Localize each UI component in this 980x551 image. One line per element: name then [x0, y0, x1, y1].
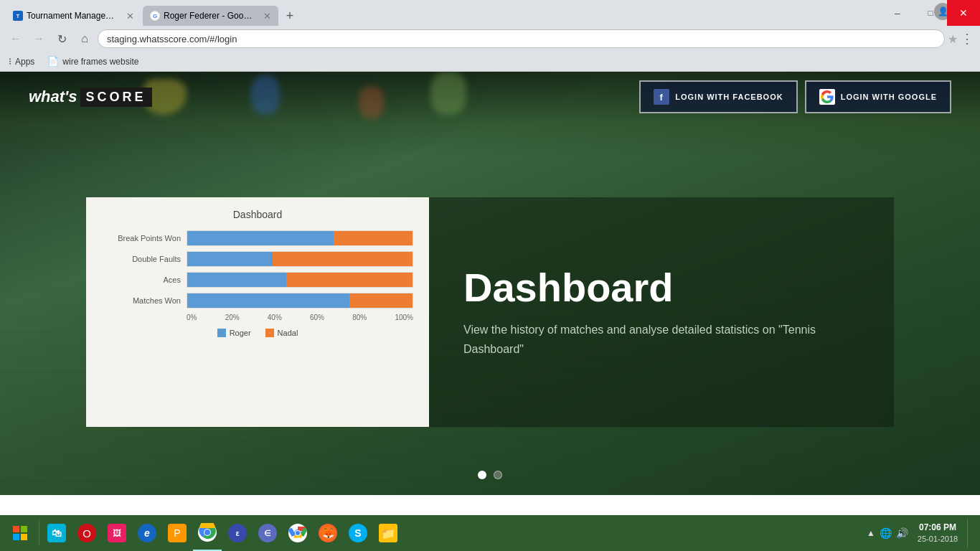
taskbar-icon-store[interactable]: 🛍 [42, 515, 71, 551]
tab-title-google: Roger Federer - Google... [164, 11, 257, 21]
site-header: what's SCORE f LOGIN WITH FACEBOOK LOGIN… [0, 72, 980, 122]
google-icon [819, 89, 835, 105]
tab-favicon-google: G [150, 11, 160, 21]
axis-60: 60% [310, 314, 324, 321]
bookmark-apps[interactable]: ⁝ Apps [9, 56, 34, 67]
new-tab-button[interactable]: + [280, 6, 300, 26]
tab-close-google[interactable]: ✕ [263, 11, 271, 22]
axis-40: 40% [268, 314, 282, 321]
svg-point-6 [296, 531, 300, 535]
login-google-button[interactable]: LOGIN WITH GOOGLE [805, 80, 951, 113]
text-section: Dashboard View the history of matches an… [429, 197, 894, 427]
taskbar-icon-skype[interactable]: S [344, 515, 372, 551]
tray-network-icon[interactable]: 🌐 [880, 527, 892, 539]
chart-section: Dashboard Break Points Won Double Faults [86, 197, 429, 427]
login-facebook-button[interactable]: f LOGIN WITH FACEBOOK [639, 80, 797, 113]
legend-color-nadal [265, 329, 274, 337]
bookmark-wireframes[interactable]: 📄 wire frames website [47, 56, 138, 67]
feature-description: View the history of matches and analyse … [463, 321, 859, 359]
page-content: what's SCORE f LOGIN WITH FACEBOOK LOGIN… [0, 72, 980, 495]
chart-row-matcheswon: Matches Won [102, 293, 413, 309]
carousel-dot-2[interactable] [494, 471, 502, 479]
legend-roger: Roger [217, 329, 251, 337]
taskbar-icon-firefox[interactable]: 🦊 [314, 515, 342, 551]
taskbar-icon-ie[interactable]: e [133, 515, 161, 551]
bar-roger-doublefaults [187, 252, 273, 266]
tab-tournament[interactable]: T Tournament Manageme... ✕ [6, 6, 141, 26]
bar-roger-breakpoints [187, 231, 334, 245]
bar-nadal-aces [286, 273, 413, 287]
tray-speaker-icon[interactable]: 🔊 [896, 527, 908, 539]
facebook-icon: f [654, 89, 669, 105]
axis-20: 20% [225, 314, 240, 321]
taskbar-right: ▲ 🌐 🔊 07:06 PM 25-01-2018 [867, 519, 976, 547]
carousel-dot-1[interactable] [478, 471, 486, 479]
taskbar: 🛍 O 🖼 e P [0, 515, 980, 551]
window-controls: – □ ✕ [881, 0, 980, 26]
taskbar-icon-folder[interactable]: 📁 [374, 515, 402, 551]
bars-aces [187, 272, 413, 288]
show-desktop-button[interactable] [967, 519, 973, 547]
chrome-menu-icon[interactable]: ⋮ [961, 31, 974, 47]
minimize-button[interactable]: – [881, 0, 914, 26]
bars-matcheswon [187, 293, 413, 309]
tray-up-arrow[interactable]: ▲ [867, 528, 875, 538]
chart-row-doublefaults: Double Faults [102, 251, 413, 267]
tab-favicon-tournament: T [13, 11, 23, 21]
taskbar-icon-eclipse2[interactable]: ∈ [253, 515, 282, 551]
svg-point-2 [204, 529, 210, 535]
chart-row-breakpoints: Break Points Won [102, 230, 413, 246]
back-button[interactable]: ← [6, 29, 26, 49]
chart-row-aces: Aces [102, 272, 413, 288]
tab-google[interactable]: G Roger Federer - Google... ✕ [143, 6, 278, 26]
site-logo: what's SCORE [29, 88, 152, 107]
chart-title: Dashboard [102, 209, 413, 220]
close-button[interactable]: ✕ [947, 0, 980, 26]
clock[interactable]: 07:06 PM 25-01-2018 [913, 522, 963, 544]
tab-title-tournament: Tournament Manageme... [27, 11, 120, 21]
chart-legend: Roger Nadal [102, 329, 413, 337]
feature-title: Dashboard [463, 265, 859, 310]
apps-grid-icon: ⁝ [9, 56, 11, 67]
taskbar-icon-eclipse1[interactable]: ε [223, 515, 252, 551]
doc-icon: 📄 [47, 56, 59, 67]
bar-nadal-doublefaults [273, 252, 413, 266]
reload-button[interactable]: ↻ [52, 29, 72, 49]
bars-doublefaults [187, 251, 413, 267]
axis-100: 100% [395, 314, 413, 321]
carousel-dots [478, 471, 502, 479]
taskbar-icon-opera[interactable]: O [72, 515, 101, 551]
address-input[interactable] [98, 29, 945, 48]
bars-breakpoints [187, 230, 413, 246]
taskbar-icon-chrome2[interactable] [283, 515, 312, 551]
logo-whats: what's [29, 88, 77, 106]
windows-start-button[interactable] [4, 515, 36, 551]
windows-logo-icon [13, 526, 27, 540]
taskbar-icon-img[interactable]: 🖼 [103, 515, 131, 551]
chart-label-aces: Aces [102, 276, 187, 284]
chart-label-breakpoints: Break Points Won [102, 234, 187, 242]
taskbar-icon-chrome[interactable] [193, 515, 222, 551]
browser-window: 👤 – □ ✕ T Tournament Manageme... ✕ G Rog… [0, 0, 980, 551]
tab-bar: T Tournament Manageme... ✕ G Roger Feder… [0, 4, 300, 26]
tab-close-tournament[interactable]: ✕ [126, 11, 134, 22]
maximize-button[interactable]: □ [914, 0, 947, 26]
time-display: 07:06 PM [913, 522, 963, 534]
date-display: 25-01-2018 [913, 534, 963, 544]
bar-roger-aces [187, 273, 286, 287]
login-buttons: f LOGIN WITH FACEBOOK LOGIN WITH GOOGLE [639, 80, 951, 113]
taskbar-icon-papyrus[interactable]: P [163, 515, 192, 551]
forward-button[interactable]: → [29, 29, 49, 49]
bookmarks-bar: ⁝ Apps 📄 wire frames website [0, 52, 980, 72]
browser-top-bar: 👤 – □ ✕ T Tournament Manageme... ✕ G Rog… [0, 0, 980, 26]
legend-color-roger [217, 329, 226, 337]
axis-80: 80% [352, 314, 367, 321]
taskbar-left: 🛍 O 🖼 e P [4, 515, 402, 551]
logo-score: SCORE [80, 88, 152, 107]
home-button[interactable]: ⌂ [75, 29, 95, 49]
chart-axis: 0% 20% 40% 60% 80% 100% [102, 314, 413, 321]
bar-nadal-matcheswon [349, 293, 413, 308]
bookmark-star-icon[interactable]: ★ [948, 32, 958, 46]
chart-label-matcheswon: Matches Won [102, 296, 187, 305]
address-bar-row: ← → ↻ ⌂ ★ ⋮ [0, 26, 980, 52]
